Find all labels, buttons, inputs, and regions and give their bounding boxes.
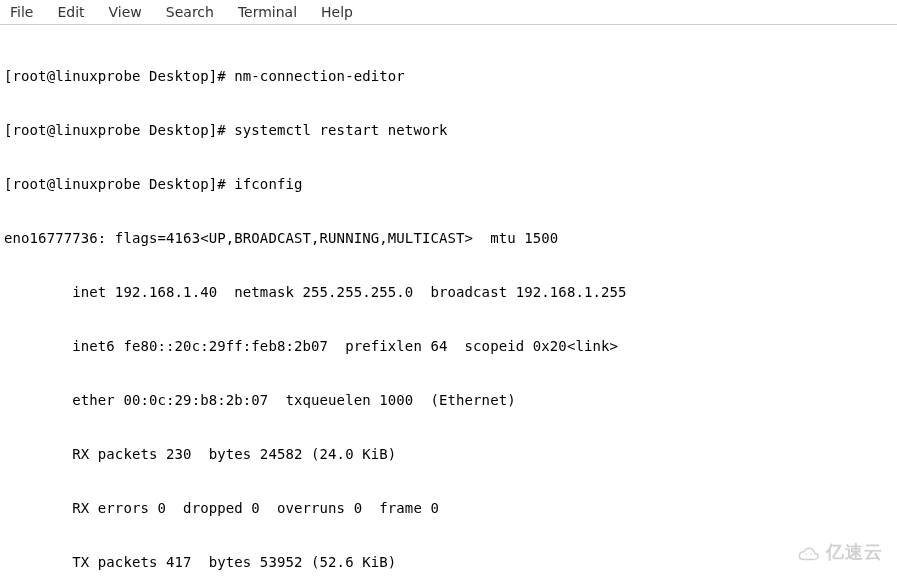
- terminal-line: inet6 fe80::20c:29ff:feb8:2b07 prefixlen…: [4, 337, 893, 355]
- menubar: File Edit View Search Terminal Help: [0, 0, 897, 25]
- terminal-line: RX errors 0 dropped 0 overruns 0 frame 0: [4, 499, 893, 517]
- menu-help[interactable]: Help: [321, 4, 353, 20]
- terminal-line: TX packets 417 bytes 53952 (52.6 KiB): [4, 553, 893, 571]
- terminal-line: ether 00:0c:29:b8:2b:07 txqueuelen 1000 …: [4, 391, 893, 409]
- terminal-line: [root@linuxprobe Desktop]# nm-connection…: [4, 67, 893, 85]
- terminal-output[interactable]: [root@linuxprobe Desktop]# nm-connection…: [0, 25, 897, 578]
- menu-edit[interactable]: Edit: [57, 4, 84, 20]
- menu-terminal[interactable]: Terminal: [238, 4, 297, 20]
- terminal-line: RX packets 230 bytes 24582 (24.0 KiB): [4, 445, 893, 463]
- terminal-line: [root@linuxprobe Desktop]# ifconfig: [4, 175, 893, 193]
- terminal-line: inet 192.168.1.40 netmask 255.255.255.0 …: [4, 283, 893, 301]
- menu-file[interactable]: File: [10, 4, 33, 20]
- terminal-line: [root@linuxprobe Desktop]# systemctl res…: [4, 121, 893, 139]
- menu-view[interactable]: View: [109, 4, 142, 20]
- menu-search[interactable]: Search: [166, 4, 214, 20]
- terminal-line: eno16777736: flags=4163<UP,BROADCAST,RUN…: [4, 229, 893, 247]
